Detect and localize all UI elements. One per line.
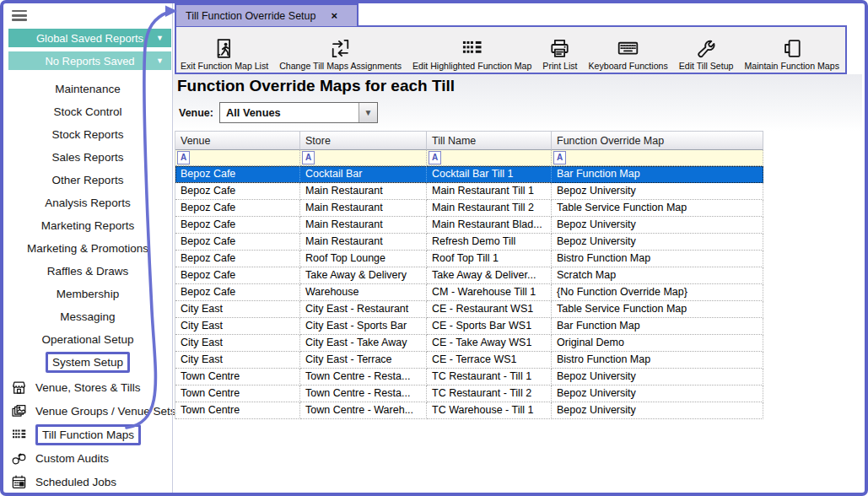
toolbar-button-exit-function-map-list[interactable]: Exit Function Map List xyxy=(181,30,268,71)
sidebar-splitter[interactable] xyxy=(172,3,173,493)
table-row[interactable]: City EastCity East - Take AwayCE - Take … xyxy=(175,335,763,352)
table-cell[interactable]: Bepoz University xyxy=(552,385,763,402)
table-cell[interactable]: Town Centre - Resta... xyxy=(300,369,427,385)
table-cell[interactable]: City East - Sports Bar xyxy=(300,318,427,335)
table-cell[interactable]: City East - Restaurant xyxy=(300,301,427,318)
hamburger-menu-icon[interactable] xyxy=(12,10,27,22)
column-header-function-override-map[interactable]: Function Override Map xyxy=(552,131,763,150)
table-cell[interactable]: Main Restaurant Till 2 xyxy=(427,200,552,217)
sidebar-item-venue-stores-tills[interactable]: Venue, Stores & Tills xyxy=(3,375,172,399)
sidebar-item-custom-audits[interactable]: Custom Audits xyxy=(3,446,172,470)
table-row[interactable]: Bepoz CafeMain RestaurantRefresh Demo Ti… xyxy=(175,234,763,251)
table-cell[interactable]: {No Function Override Map} xyxy=(552,284,763,301)
global-saved-reports-button[interactable]: Global Saved Reports ▼ xyxy=(8,29,171,47)
sidebar-item-raffles-draws[interactable]: Raffles & Draws xyxy=(3,260,172,283)
sidebar-item-scheduled-jobs[interactable]: Scheduled Jobs xyxy=(3,470,172,493)
table-cell[interactable]: Bepoz University xyxy=(552,183,763,200)
sidebar-item-venue-groups-venue-sets[interactable]: Venue Groups / Venue Sets xyxy=(3,399,172,423)
filter-a-icon[interactable]: A xyxy=(177,151,190,164)
table-cell[interactable]: Original Demo xyxy=(552,335,763,352)
column-header-store[interactable]: Store xyxy=(300,131,427,150)
table-cell[interactable]: Bistro Function Map xyxy=(552,352,763,369)
table-cell[interactable]: City East - Terrace xyxy=(300,352,427,369)
table-cell[interactable]: Take Away & Deliver... xyxy=(427,267,552,284)
table-cell[interactable]: Town Centre xyxy=(175,402,300,419)
sidebar-item-stock-control[interactable]: Stock Control xyxy=(3,100,172,123)
table-row[interactable]: Bepoz CafeMain RestaurantMain Restaurant… xyxy=(175,217,763,234)
sidebar-item-analysis-reports[interactable]: Analysis Reports xyxy=(3,191,172,214)
sidebar-item-marketing-promotions[interactable]: Marketing & Promotions xyxy=(3,237,172,260)
table-cell[interactable]: Table Service Function Map xyxy=(552,301,763,318)
sidebar-item-till-function-maps[interactable]: Till Function Maps xyxy=(3,423,172,446)
sidebar-item-marketing-reports[interactable]: Marketing Reports xyxy=(3,214,172,237)
table-row[interactable]: City EastCity East - Sports BarCE - Spor… xyxy=(175,318,763,335)
table-cell[interactable]: CM - Warehouse Till 1 xyxy=(427,284,552,301)
table-row[interactable]: Town CentreTown Centre - Resta...TC Rest… xyxy=(175,369,763,385)
table-cell[interactable]: Bar Function Map xyxy=(552,318,763,335)
table-cell[interactable]: Main Restaurant xyxy=(300,183,427,200)
sidebar-item-other-reports[interactable]: Other Reports xyxy=(3,169,172,191)
table-row[interactable]: Town CentreTown Centre - Resta...TC Rest… xyxy=(175,385,763,402)
filter-cell-till-name[interactable]: A xyxy=(427,150,552,166)
sidebar-item-messaging[interactable]: Messaging xyxy=(3,305,172,328)
table-cell[interactable]: Cocktail Bar Till 1 xyxy=(427,166,552,183)
table-cell[interactable]: Take Away & Delivery xyxy=(300,267,427,284)
toolbar-button-keyboard-functions[interactable]: Keyboard Functions xyxy=(589,30,668,71)
toolbar-button-maintain-function-maps[interactable]: Maintain Function Maps xyxy=(744,30,838,71)
toolbar-button-change-till-maps-assignments[interactable]: Change Till Maps Assignments xyxy=(279,30,402,71)
table-row[interactable]: City EastCity East - TerraceCE - Terrace… xyxy=(175,352,763,369)
table-cell[interactable]: Bepoz Cafe xyxy=(175,217,300,234)
sidebar-item-stock-reports[interactable]: Stock Reports xyxy=(3,123,172,146)
table-cell[interactable]: City East xyxy=(175,352,300,369)
table-cell[interactable]: TC Restaurant - Till 2 xyxy=(427,385,552,402)
table-cell[interactable]: Bistro Function Map xyxy=(552,251,763,267)
table-cell[interactable]: Main Restaurant Blad... xyxy=(427,217,552,234)
table-cell[interactable]: Bepoz Cafe xyxy=(175,234,300,251)
table-cell[interactable]: Bepoz Cafe xyxy=(175,166,300,183)
table-row[interactable]: Bepoz CafeRoof Top LoungeRoof Top Till 1… xyxy=(175,251,763,267)
table-row[interactable]: Bepoz CafeMain RestaurantMain Restaurant… xyxy=(175,200,763,217)
table-cell[interactable]: Bepoz University xyxy=(552,217,763,234)
filter-a-icon[interactable]: A xyxy=(553,151,566,164)
table-cell[interactable]: Refresh Demo Till xyxy=(427,234,552,251)
table-cell[interactable]: CE - Take Away WS1 xyxy=(427,335,552,352)
table-cell[interactable]: City East xyxy=(175,318,300,335)
table-cell[interactable]: Town Centre - Resta... xyxy=(300,385,427,402)
table-cell[interactable]: Bepoz Cafe xyxy=(175,200,300,217)
table-cell[interactable]: CE - Terrace WS1 xyxy=(427,352,552,369)
column-header-venue[interactable]: Venue xyxy=(175,131,300,150)
sidebar-item-maintenance[interactable]: Maintenance xyxy=(3,78,172,100)
sidebar-item-system-setup[interactable]: System Setup xyxy=(3,351,172,374)
table-cell[interactable]: CE - Restaurant WS1 xyxy=(427,301,552,318)
table-cell[interactable]: Warehouse xyxy=(300,284,427,301)
filter-a-icon[interactable]: A xyxy=(302,151,315,164)
table-cell[interactable]: Table Service Function Map xyxy=(552,200,763,217)
table-row[interactable]: Bepoz CafeWarehouseCM - Warehouse Till 1… xyxy=(175,284,763,301)
table-cell[interactable]: Town Centre xyxy=(175,369,300,385)
table-row[interactable]: City EastCity East - RestaurantCE - Rest… xyxy=(175,301,763,318)
table-cell[interactable]: CE - Sports Bar WS1 xyxy=(427,318,552,335)
table-cell[interactable]: City East xyxy=(175,301,300,318)
table-cell[interactable]: Main Restaurant Till 1 xyxy=(427,183,552,200)
table-cell[interactable]: Main Restaurant xyxy=(300,200,427,217)
column-header-till-name[interactable]: Till Name xyxy=(427,131,552,150)
table-row[interactable]: Town CentreTown Centre - Wareh...TC Ware… xyxy=(175,402,763,419)
tab-till-function-override-setup[interactable]: Till Function Override Setup × xyxy=(175,3,359,26)
table-cell[interactable]: Bepoz University xyxy=(552,402,763,419)
table-cell[interactable]: Bepoz Cafe xyxy=(175,284,300,301)
toolbar-button-edit-highlighted-function-map[interactable]: Edit Highlighted Function Map xyxy=(412,30,531,71)
table-cell[interactable]: TC Restaurant - Till 1 xyxy=(427,369,552,385)
table-cell[interactable]: City East xyxy=(175,335,300,352)
table-cell[interactable]: Bepoz University xyxy=(552,234,763,251)
sidebar-item-membership[interactable]: Membership xyxy=(3,283,172,305)
sidebar-item-operational-setup[interactable]: Operational Setup xyxy=(3,328,172,351)
table-cell[interactable]: Bepoz Cafe xyxy=(175,267,300,284)
venue-select[interactable]: All Venues ▼ xyxy=(219,102,378,123)
table-row[interactable]: Bepoz CafeCocktail BarCocktail Bar Till … xyxy=(175,166,763,183)
table-cell[interactable]: Bepoz Cafe xyxy=(175,251,300,267)
table-cell[interactable]: City East - Take Away xyxy=(300,335,427,352)
table-cell[interactable]: Town Centre - Wareh... xyxy=(300,402,427,419)
table-row[interactable]: Bepoz CafeTake Away & DeliveryTake Away … xyxy=(175,267,763,284)
table-cell[interactable]: Main Restaurant xyxy=(300,217,427,234)
filter-a-icon[interactable]: A xyxy=(429,151,441,164)
